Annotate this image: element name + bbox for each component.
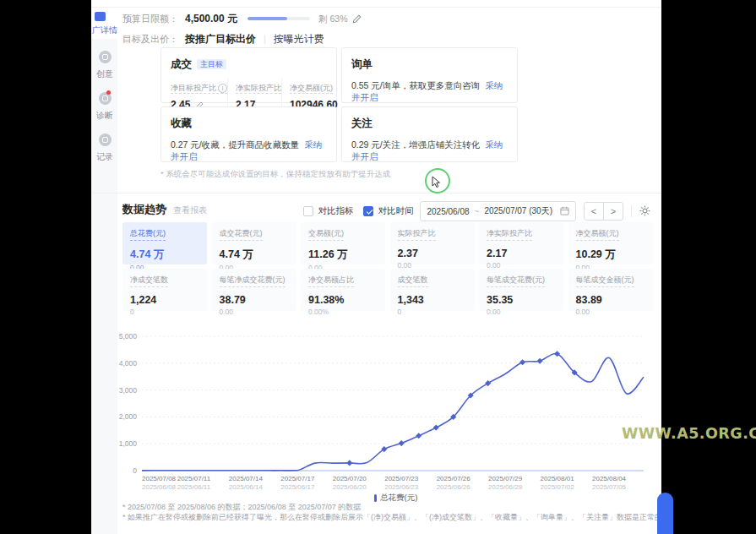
- view-report-link[interactable]: 查看报表: [173, 205, 207, 215]
- goal-note: * 系统会尽可能达成你设置的目标，保持稳定投放有助于提升达成: [160, 169, 390, 180]
- date-range-input[interactable]: 2025/06/08 ~ 2025/07/07 (30天): [420, 201, 576, 221]
- compare-time-checkbox[interactable]: [363, 206, 373, 216]
- sidebar-item-icon: [99, 92, 111, 105]
- data-point-marker[interactable]: [537, 358, 543, 364]
- adopt-enable-link[interactable]: 采纳并开启: [351, 139, 503, 161]
- goal-card-2[interactable]: 收藏0.27 元/收藏，提升商品收藏数量采纳并开启: [160, 106, 337, 162]
- x-axis-tick-current: 2025/08/04: [592, 475, 627, 482]
- x-axis-tick-current: 2025/07/23: [384, 475, 419, 482]
- stat-label: 每笔净成交花费(元): [220, 275, 286, 287]
- y-axis-tick: 3,000: [119, 386, 138, 395]
- x-axis-tick-compare: 2025/06/29: [488, 483, 523, 491]
- sidebar-item-label: 诊断: [92, 110, 117, 122]
- x-axis-tick-compare: 2025/06/23: [384, 483, 419, 491]
- tab-bid-by-exposure[interactable]: 按曝光计费: [274, 33, 324, 45]
- sidebar-item-promo-detail[interactable]: 广详情: [92, 12, 117, 36]
- stat-label: 净成交笔数: [130, 275, 168, 287]
- goal-card-desc: 0.27 元/收藏，提升商品收藏数量采纳并开启: [171, 139, 327, 163]
- adopt-enable-link[interactable]: 采纳并开启: [171, 139, 322, 161]
- left-black-mask: [0, 0, 91, 534]
- floating-side-button[interactable]: [657, 493, 673, 534]
- data-point-marker[interactable]: [399, 440, 405, 446]
- sidebar-item-icon: [99, 134, 111, 146]
- prev-period-button[interactable]: <: [585, 203, 604, 220]
- stat-tile-1-5[interactable]: 每笔成交金额(元)83.890.00: [568, 269, 653, 311]
- data-point-marker[interactable]: [416, 433, 422, 439]
- stat-compare-value: 0.00: [220, 308, 289, 316]
- compare-metric-label: 对比指标: [318, 205, 353, 217]
- x-axis-tick-current: 2025/08/01: [541, 475, 575, 482]
- tab-bid-by-goal[interactable]: 按推广目标出价: [185, 33, 256, 45]
- promo-detail-icon: [95, 12, 106, 21]
- chart-legend[interactable]: 总花费(元): [374, 493, 417, 504]
- stat-label: 实际投产比: [398, 228, 436, 241]
- goal-card-title: 关注: [351, 117, 373, 129]
- stat-value: 2.17: [487, 248, 556, 259]
- stat-value: 4.74 万: [220, 248, 289, 262]
- data-point-marker[interactable]: [554, 351, 560, 357]
- data-point-marker[interactable]: [519, 359, 525, 365]
- data-point-marker[interactable]: [346, 460, 352, 466]
- watermark: WWW.A5.ORG.CN: [622, 425, 756, 442]
- x-axis-tick-compare: 2025/06/17: [280, 483, 315, 491]
- y-axis-tick: 0: [133, 466, 137, 475]
- sidebar-item-2[interactable]: 记录: [92, 134, 117, 163]
- stat-value: 91.38%: [308, 294, 378, 306]
- goal-card-3[interactable]: 关注0.29 元/关注，增强店铺关注转化采纳并开启: [341, 106, 518, 162]
- stat-tile-1-0[interactable]: 净成交笔数1,2240: [122, 269, 207, 311]
- goal-card-title-row: 成交主目标: [171, 56, 327, 72]
- adopt-enable-link[interactable]: 采纳并开启: [351, 80, 503, 102]
- stat-value: 10.29 万: [576, 248, 645, 262]
- x-axis-tick-compare: 2025/07/05: [592, 483, 627, 491]
- compare-metric-checkbox[interactable]: [303, 206, 313, 216]
- stat-tile-0-0[interactable]: 总花费(元)4.74 万0.00: [122, 222, 207, 264]
- mouse-cursor: [432, 176, 441, 192]
- sidebar-item-label: 记录: [92, 151, 117, 163]
- series-line-current: [142, 353, 644, 471]
- budget-value: 4,500.00 元: [185, 13, 237, 25]
- stat-label: 成交花费(元): [220, 228, 263, 241]
- stat-label: 每笔成交花费(元): [487, 275, 545, 287]
- goal-card-desc: 0.29 元/关注，增强店铺关注转化采纳并开启: [351, 139, 508, 163]
- stat-tile-1-1[interactable]: 每笔净成交花费(元)38.790.00: [212, 269, 296, 311]
- stat-label: 净实际投产比: [487, 228, 532, 241]
- main-content: 预算日限额：4,500.00 元剩 63% 目标及出价：按推广目标出价|按曝光计…: [117, 0, 661, 534]
- sidebar-item-icon: [99, 51, 111, 63]
- stat-label: 每笔成交金额(元): [576, 275, 634, 287]
- budget-row: 预算日限额：4,500.00 元剩 63%: [122, 12, 362, 26]
- stat-tile-1-3[interactable]: 成交笔数1,3430: [390, 269, 475, 311]
- next-period-button[interactable]: >: [604, 203, 623, 220]
- sidebar-item-0[interactable]: 创意: [92, 51, 117, 80]
- stat-tile-0-5[interactable]: 净交易额(元)10.29 万0.00: [568, 222, 653, 264]
- sidebar-item-label: 创意: [92, 68, 117, 80]
- budget-progress-bar: [247, 17, 310, 20]
- sidebar-item-1[interactable]: 诊断: [92, 92, 117, 122]
- top-divider: [91, 7, 661, 8]
- stat-tile-1-2[interactable]: 净交易额占比91.38%0.00%: [301, 269, 385, 311]
- sidebar-item-label: 广详情: [92, 25, 117, 36]
- x-axis-tick-compare: 2025/06/14: [229, 483, 264, 491]
- data-point-marker[interactable]: [485, 380, 491, 386]
- footnote-info: * 如果推广在暂停或被删除前已经获得了曝光，那么在暂停或删除后展示「(净)交易额…: [122, 512, 662, 523]
- date-nav: < >: [584, 202, 623, 221]
- goal-card-title-row: 关注: [351, 115, 508, 131]
- notification-dot: [106, 90, 111, 95]
- settings-gear-icon[interactable]: [639, 205, 650, 218]
- data-point-marker[interactable]: [433, 425, 439, 431]
- goal-card-0[interactable]: 成交主目标净目标投产比i2.45净实际投产比2.17净交易额(元)102946.…: [160, 47, 337, 103]
- stat-tile-1-4[interactable]: 每笔成交花费(元)35.350.00: [479, 269, 563, 311]
- goal-card-1[interactable]: 询单0.55 元/询单，获取更多意向咨询采纳并开启: [341, 47, 518, 103]
- goal-card-title: 询单: [351, 58, 373, 70]
- goal-card-title-row: 询单: [351, 56, 508, 72]
- stat-tile-0-3[interactable]: 实际投产比2.370.00: [390, 222, 475, 264]
- stat-tile-0-4[interactable]: 净实际投产比2.170.00: [479, 222, 563, 264]
- stat-tile-0-1[interactable]: 成交花费(元)4.74 万0.00: [212, 222, 296, 264]
- stat-tile-0-2[interactable]: 交易额(元)11.26 万0.00: [301, 222, 385, 264]
- stat-value: 11.26 万: [308, 248, 378, 262]
- stat-value: 83.89: [576, 294, 645, 306]
- x-axis-tick-compare: 2025/06/26: [437, 483, 471, 491]
- edit-budget-icon[interactable]: [352, 14, 362, 25]
- x-axis-tick-current: 2025/07/29: [488, 475, 523, 482]
- x-axis-tick-current: 2025/07/20: [333, 475, 367, 482]
- stat-compare-value: 0.00: [576, 308, 645, 316]
